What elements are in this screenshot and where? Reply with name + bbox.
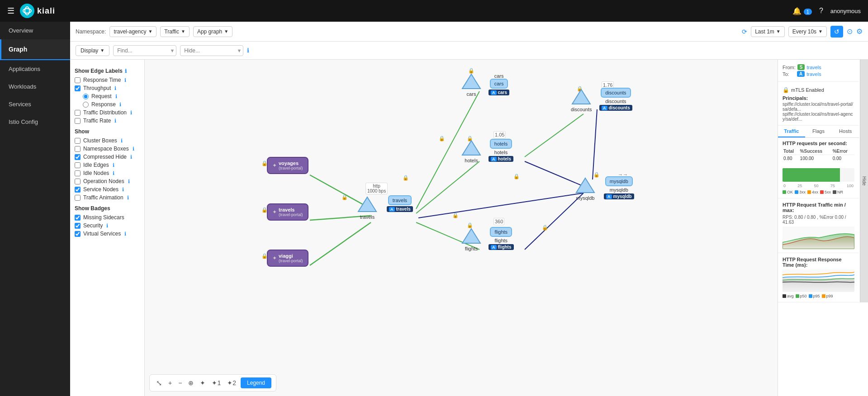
travels-app-box[interactable]: travels (388, 195, 412, 205)
zoom-out-button[interactable]: − (176, 378, 184, 387)
namespace-boxes-label[interactable]: Namespace Boxes (83, 146, 129, 152)
cars-triangle-node[interactable]: cars (461, 72, 481, 97)
toolbar-info-icon[interactable]: ℹ (247, 47, 249, 54)
voyages-node[interactable]: ✦ voyages (travel-portal) 🔒 (267, 157, 308, 174)
to-service[interactable]: travels (806, 71, 821, 77)
response-info[interactable]: ℹ (119, 102, 121, 108)
from-service[interactable]: travels (806, 65, 821, 70)
travels-portal-node[interactable]: ✦ travels (travel-portal) 🔒 (267, 203, 308, 221)
security-label[interactable]: Security (83, 222, 103, 229)
fit-button[interactable]: ⤡ (154, 378, 164, 388)
compressed-hide-info[interactable]: ℹ (130, 154, 132, 160)
idle-nodes-checkbox[interactable] (75, 170, 81, 176)
compressed-hide-checkbox[interactable] (75, 154, 81, 160)
namespace-boxes-info[interactable]: ℹ (133, 146, 134, 152)
edge-labels-info[interactable]: ℹ (125, 68, 127, 74)
virtual-services-checkbox[interactable] (75, 231, 81, 237)
idle-nodes-info[interactable]: ℹ (113, 170, 114, 176)
operation-nodes-info[interactable]: ℹ (128, 179, 130, 184)
sidebar-item-applications[interactable]: Applications (0, 60, 70, 78)
response-label[interactable]: Response (91, 101, 116, 108)
discounts-box-node[interactable]: discounts discounts A discounts (599, 88, 632, 111)
travels-triangle-node[interactable]: travels (357, 195, 377, 220)
compressed-hide-label[interactable]: Compressed Hide (83, 154, 127, 160)
traffic-dist-info[interactable]: ℹ (130, 110, 132, 116)
discounts-app-box[interactable]: discounts (601, 88, 631, 98)
layout1-button[interactable]: ✦1 (210, 378, 223, 387)
missing-sidecars-label[interactable]: Missing Sidecars (83, 214, 124, 221)
throughput-label[interactable]: Throughput (83, 85, 111, 91)
mysqld-box-node[interactable]: mysqldb mysqldb A mysqldb (604, 176, 634, 199)
menu-icon[interactable]: ☰ (7, 6, 14, 16)
security-checkbox[interactable] (75, 223, 81, 229)
layout-button[interactable]: ✦ (198, 378, 207, 387)
flights-box-node[interactable]: flights flights A flights (489, 227, 514, 250)
sidebar-item-workloads[interactable]: Workloads (0, 78, 70, 95)
request-label[interactable]: Request (91, 93, 112, 99)
request-info[interactable]: ℹ (115, 94, 117, 99)
security-info[interactable]: ℹ (106, 223, 108, 229)
display-dropdown[interactable]: Display ▼ (76, 45, 109, 56)
cars-box-node[interactable]: cars cars A cars (489, 72, 509, 95)
cluster-boxes-info[interactable]: ℹ (121, 138, 123, 144)
user-name[interactable]: anonymous (830, 8, 861, 14)
sidebar-item-istio-config[interactable]: Istio Config (0, 113, 70, 131)
throughput-info[interactable]: ℹ (114, 85, 116, 91)
reset-button[interactable]: ⊕ (186, 378, 195, 387)
help-icon[interactable]: ? (819, 7, 823, 15)
last-time-dropdown[interactable]: Last 1m ▼ (751, 26, 785, 37)
cars-app-box[interactable]: cars (490, 79, 508, 89)
idle-edges-checkbox[interactable] (75, 162, 81, 168)
mysqld-triangle-node[interactable]: mysqldb (575, 176, 595, 201)
sidebar-item-graph[interactable]: Graph (0, 39, 70, 60)
find-input[interactable] (113, 45, 176, 56)
response-radio[interactable] (83, 102, 89, 108)
traffic-rate-label[interactable]: Traffic Rate (83, 118, 111, 124)
missing-sidecars-checkbox[interactable] (75, 215, 81, 221)
traffic-dropdown[interactable]: Traffic ▼ (160, 26, 190, 37)
sidebar-item-services[interactable]: Services (0, 95, 70, 113)
every-time-dropdown[interactable]: Every 10s ▼ (788, 26, 827, 37)
service-nodes-checkbox[interactable] (75, 187, 81, 193)
legend-button[interactable]: Legend (241, 377, 271, 388)
hide-input[interactable] (180, 45, 243, 56)
idle-edges-info[interactable]: ℹ (113, 162, 114, 168)
throughput-checkbox[interactable] (75, 85, 81, 91)
virtual-services-label[interactable]: Virtual Services (83, 231, 121, 237)
traffic-rate-info[interactable]: ℹ (114, 118, 116, 124)
virtual-services-info[interactable]: ℹ (124, 231, 126, 237)
response-time-label[interactable]: Response Time (83, 77, 121, 83)
operation-nodes-label[interactable]: Operation Nodes (83, 178, 124, 184)
voyages-portal[interactable]: ✦ voyages (travel-portal) (267, 157, 308, 174)
settings-icon[interactable]: ⚙ (856, 27, 863, 36)
traffic-animation-info[interactable]: ℹ (127, 195, 129, 201)
service-nodes-label[interactable]: Service Nodes (83, 186, 119, 193)
sidebar-item-overview[interactable]: Overview (0, 22, 70, 39)
discounts-triangle-node[interactable]: discounts (571, 88, 592, 112)
response-time-info[interactable]: ℹ (124, 77, 126, 83)
traffic-animation-checkbox[interactable] (75, 195, 81, 201)
flights-app-box[interactable]: flights (490, 227, 512, 237)
viaggi-node[interactable]: ✦ viaggi (travel-portal) 🔒 (267, 250, 308, 267)
hotels-app-box[interactable]: hotels (490, 139, 512, 149)
travels-portal[interactable]: ✦ travels (travel-portal) (267, 203, 308, 221)
hide-label[interactable]: Hide (860, 60, 868, 302)
view-options-icon[interactable]: ⊙ (847, 27, 853, 36)
mysqld-app-box[interactable]: mysqldb (605, 176, 633, 186)
traffic-rate-checkbox[interactable] (75, 118, 81, 124)
zoom-in-button[interactable]: + (166, 378, 174, 387)
namespace-dropdown[interactable]: travel-agency ▼ (109, 26, 157, 37)
layout2-button[interactable]: ✦2 (225, 378, 238, 387)
flights-triangle-node[interactable]: flights (461, 227, 481, 251)
request-radio[interactable] (83, 94, 89, 99)
traffic-animation-label[interactable]: Traffic Animation (83, 194, 123, 201)
traffic-distribution-checkbox[interactable] (75, 110, 81, 116)
refresh-button[interactable]: ↺ (830, 26, 843, 38)
notification-badge[interactable]: 🔔 1 (792, 7, 812, 15)
app-graph-dropdown[interactable]: App graph ▼ (193, 26, 232, 37)
graph-area[interactable]: ✦ voyages (travel-portal) 🔒 ✦ travels (t… (145, 60, 778, 396)
service-nodes-info[interactable]: ℹ (122, 187, 124, 193)
travels-box-node[interactable]: travels A travels (387, 195, 413, 212)
idle-nodes-label[interactable]: Idle Nodes (83, 170, 109, 176)
response-time-checkbox[interactable] (75, 77, 81, 83)
